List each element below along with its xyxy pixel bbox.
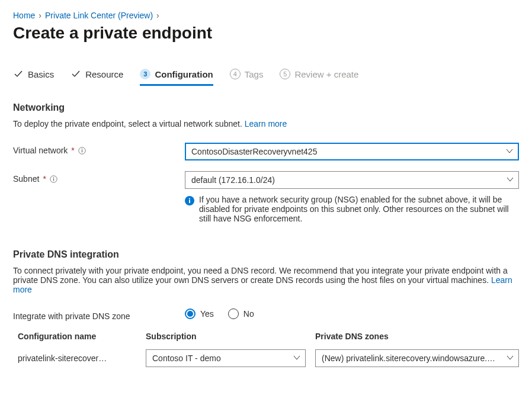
required-asterisk: * [71, 146, 74, 155]
step-label: Review + create [294, 69, 358, 79]
config-name-value: privatelink-siterecover… [18, 353, 136, 363]
col-config-name: Configuration name [18, 332, 136, 341]
breadcrumb-home[interactable]: Home [13, 11, 35, 20]
svg-point-4 [53, 177, 54, 178]
step-tags[interactable]: 4 Tags [230, 69, 264, 85]
virtual-network-select[interactable]: ContosoDisasterRecoveryvnet425 [185, 143, 519, 160]
virtual-network-value: ContosoDisasterRecoveryvnet425 [191, 147, 317, 156]
subnet-label: Subnet * [13, 171, 185, 184]
dns-table-row: privatelink-siterecover… Contoso IT - de… [18, 349, 519, 367]
subnet-value: default (172.16.1.0/24) [191, 175, 275, 185]
info-icon[interactable] [78, 147, 86, 155]
integrate-dns-radio-group: Yes No [185, 308, 519, 319]
dns-table: Configuration name Subscription Private … [18, 332, 519, 367]
virtual-network-label: Virtual network * [13, 143, 185, 155]
section-networking-desc: To deploy the private endpoint, select a… [13, 119, 519, 128]
nsg-note: If you have a network security group (NS… [185, 195, 519, 223]
step-resource[interactable]: Resource [70, 69, 123, 85]
chevron-down-icon [507, 353, 514, 363]
integrate-dns-no[interactable]: No [228, 308, 254, 319]
learn-more-networking-link[interactable]: Learn more [245, 119, 287, 128]
chevron-right-icon: › [156, 11, 159, 20]
svg-rect-5 [53, 178, 54, 181]
section-networking-heading: Networking [13, 102, 519, 113]
dns-zone-value: (New) privatelink.siterecovery.windowsaz… [322, 353, 495, 363]
svg-point-7 [189, 198, 190, 200]
subnet-select[interactable]: default (172.16.1.0/24) [185, 171, 519, 189]
step-review-create[interactable]: 5 Review + create [280, 69, 358, 85]
info-icon [185, 196, 194, 205]
check-icon [70, 69, 81, 79]
section-dns-desc: To connect privately with your private e… [13, 266, 519, 294]
chevron-down-icon [506, 147, 513, 156]
step-label: Tags [245, 69, 264, 79]
svg-rect-2 [82, 150, 82, 152]
radio-icon [228, 308, 239, 319]
svg-point-1 [82, 149, 82, 149]
chevron-down-icon [293, 353, 300, 363]
info-icon[interactable] [50, 175, 57, 183]
integrate-dns-yes[interactable]: Yes [185, 308, 214, 319]
step-number-badge: 3 [140, 69, 150, 79]
section-dns-heading: Private DNS integration [13, 249, 519, 260]
wizard-steps: Basics Resource 3 Configuration 4 Tags 5… [13, 69, 519, 86]
col-subscription: Subscription [146, 332, 306, 341]
check-icon [13, 69, 24, 79]
dns-zone-select[interactable]: (New) privatelink.siterecovery.windowsaz… [315, 349, 519, 367]
step-number-badge: 4 [230, 69, 241, 79]
subscription-select[interactable]: Contoso IT - demo [146, 349, 306, 367]
dns-table-header: Configuration name Subscription Private … [18, 332, 519, 349]
radio-icon [185, 308, 196, 319]
chevron-down-icon [507, 175, 514, 185]
breadcrumb-private-link-center[interactable]: Private Link Center (Preview) [45, 11, 153, 20]
breadcrumb: Home › Private Link Center (Preview) › [13, 11, 519, 20]
required-asterisk: * [43, 174, 46, 184]
step-number-badge: 5 [280, 69, 290, 79]
step-label: Resource [85, 69, 123, 79]
chevron-right-icon: › [39, 11, 41, 20]
step-configuration[interactable]: 3 Configuration [140, 69, 213, 85]
page-title: Create a private endpoint [13, 24, 519, 43]
col-dns-zones: Private DNS zones [315, 332, 519, 341]
step-label: Basics [28, 69, 54, 79]
step-label: Configuration [155, 69, 213, 79]
svg-rect-8 [189, 200, 190, 204]
integrate-dns-label: Integrate with private DNS zone [13, 308, 185, 321]
step-basics[interactable]: Basics [13, 69, 54, 85]
subscription-value: Contoso IT - demo [152, 353, 221, 363]
